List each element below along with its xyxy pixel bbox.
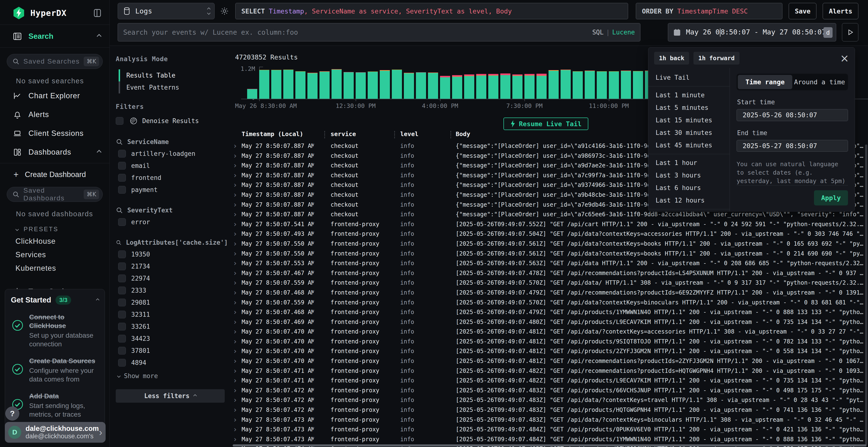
get-started-item[interactable]: Create Data SourcesConfigure where your … bbox=[11, 357, 99, 384]
filter-group-header[interactable]: LogAttributes['cache.size'] bbox=[116, 239, 228, 246]
saved-searches-input[interactable]: Saved Searches ⌘K bbox=[7, 54, 103, 69]
table-row[interactable]: › May 27 8:50:07.473 AM frontend-proxy i… bbox=[231, 435, 868, 444]
row-expand-caret[interactable]: › bbox=[233, 161, 237, 171]
table-row[interactable]: › May 27 8:50:07.468 AM frontend-proxy i… bbox=[231, 288, 868, 298]
time-option[interactable]: Last 6 hours bbox=[648, 182, 730, 194]
source-select[interactable]: Logs bbox=[118, 3, 215, 19]
filter-option[interactable]: payment bbox=[116, 186, 228, 194]
source-settings-gear-icon[interactable] bbox=[220, 6, 229, 16]
row-expand-caret[interactable]: › bbox=[233, 180, 237, 190]
get-started-item[interactable]: Add DataStart sending logs, metrics, or … bbox=[11, 392, 99, 419]
chevron-up-icon[interactable] bbox=[96, 299, 99, 302]
vertical-scrollbar[interactable] bbox=[865, 144, 867, 445]
alerts-button[interactable]: Alerts bbox=[823, 3, 858, 19]
table-row[interactable]: › May 27 8:50:07.541 AM frontend-proxy i… bbox=[231, 219, 868, 229]
filter-checkbox[interactable] bbox=[118, 174, 126, 182]
analysis-mode-results-table[interactable]: Results Table bbox=[119, 69, 228, 81]
time-option[interactable]: Last 30 minutes bbox=[648, 127, 730, 139]
tab-around-a-time[interactable]: Around a time bbox=[792, 75, 847, 89]
filter-option[interactable]: 33261 bbox=[116, 323, 228, 331]
time-option[interactable]: Last 1 hour bbox=[648, 157, 730, 169]
row-expand-caret[interactable]: › bbox=[233, 356, 237, 366]
filter-checkbox[interactable] bbox=[118, 186, 126, 194]
filter-option[interactable]: 34423 bbox=[116, 335, 228, 342]
sidebar-item-client-sessions[interactable]: Client Sessions bbox=[0, 124, 110, 143]
table-row[interactable]: › May 27 8:50:07.470 AM frontend-proxy i… bbox=[231, 337, 868, 347]
filter-option[interactable]: artillery-loadgen bbox=[116, 150, 228, 158]
filter-option[interactable]: email bbox=[116, 162, 228, 170]
table-row[interactable]: › May 27 8:50:07.553 AM frontend-proxy i… bbox=[231, 259, 868, 268]
filter-option[interactable]: 37801 bbox=[116, 347, 228, 354]
table-row[interactable]: › May 27 8:50:07.493 AM frontend-proxy i… bbox=[231, 229, 868, 239]
row-expand-caret[interactable]: › bbox=[233, 337, 237, 347]
header-level[interactable]: level bbox=[400, 131, 446, 138]
end-time-input[interactable]: 2025-05-27 08:50:07 bbox=[737, 140, 848, 152]
row-expand-caret[interactable]: › bbox=[233, 249, 237, 259]
start-time-input[interactable]: 2025-05-26 08:50:07 bbox=[737, 109, 848, 121]
filter-checkbox[interactable] bbox=[118, 299, 126, 306]
row-expand-caret[interactable]: › bbox=[233, 376, 237, 386]
row-expand-caret[interactable]: › bbox=[233, 239, 237, 249]
sql-mode-toggle[interactable]: SQL bbox=[592, 29, 603, 36]
row-expand-caret[interactable]: › bbox=[233, 346, 237, 356]
filter-checkbox[interactable] bbox=[118, 347, 126, 354]
filter-checkbox[interactable] bbox=[118, 250, 126, 258]
time-option[interactable]: Last 45 minutes bbox=[648, 139, 730, 151]
save-button[interactable]: Save bbox=[789, 3, 816, 19]
row-expand-caret[interactable]: › bbox=[233, 209, 237, 219]
horizontal-scrollbar[interactable] bbox=[233, 444, 867, 447]
preset-services[interactable]: Services bbox=[0, 248, 110, 262]
row-expand-caret[interactable]: › bbox=[233, 171, 237, 180]
get-started-item[interactable]: Connect to ClickHouseSet up your databas… bbox=[11, 313, 99, 348]
time-option[interactable]: Live Tail bbox=[648, 71, 730, 84]
filter-checkbox[interactable] bbox=[118, 218, 126, 226]
one-hour-back-button[interactable]: 1h back bbox=[654, 52, 689, 65]
row-expand-caret[interactable]: › bbox=[233, 307, 237, 317]
filter-checkbox[interactable] bbox=[118, 359, 126, 367]
row-expand-caret[interactable]: › bbox=[233, 298, 237, 308]
table-row[interactable]: › May 27 8:50:07.472 AM frontend-proxy i… bbox=[231, 395, 868, 405]
run-query-button[interactable] bbox=[842, 23, 858, 41]
time-option[interactable]: Last 5 minutes bbox=[648, 101, 730, 114]
filter-option[interactable]: 32311 bbox=[116, 311, 228, 318]
time-option[interactable]: Last 3 hours bbox=[648, 169, 730, 182]
row-expand-caret[interactable]: › bbox=[233, 219, 237, 229]
column-resizer[interactable] bbox=[394, 131, 395, 138]
table-row[interactable]: › May 27 8:50:07.473 AM frontend-proxy i… bbox=[231, 424, 868, 435]
time-option[interactable]: Last 15 minutes bbox=[648, 114, 730, 127]
sidebar-collapse-icon[interactable] bbox=[92, 8, 103, 18]
sidebar-item-chart-explorer[interactable]: Chart Explorer bbox=[0, 87, 110, 105]
table-row[interactable]: › May 27 8:50:07.470 AM frontend-proxy i… bbox=[231, 327, 868, 337]
time-option[interactable]: Last 1 minute bbox=[648, 89, 730, 101]
row-expand-caret[interactable]: › bbox=[233, 395, 237, 405]
row-expand-caret[interactable]: › bbox=[233, 366, 237, 376]
row-expand-caret[interactable]: › bbox=[233, 259, 237, 268]
row-expand-caret[interactable]: › bbox=[233, 424, 237, 435]
preset-clickhouse[interactable]: ClickHouse bbox=[0, 235, 110, 248]
table-row[interactable]: › May 27 8:50:07.467 AM frontend-proxy i… bbox=[231, 268, 868, 278]
show-more-button[interactable]: Show more bbox=[116, 372, 228, 380]
filter-checkbox[interactable] bbox=[118, 286, 126, 294]
row-expand-caret[interactable]: › bbox=[233, 141, 237, 151]
header-timestamp[interactable]: Timestamp (Local) bbox=[242, 131, 314, 138]
filter-group-header[interactable]: ServiceName bbox=[116, 138, 228, 145]
sidebar-item-dashboards[interactable]: Dashboards bbox=[0, 143, 110, 163]
time-range-input[interactable]: May 26 08:50:07 - May 27 08:50:07 d bbox=[668, 23, 836, 41]
filter-option[interactable]: 4894 bbox=[116, 359, 228, 367]
filter-checkbox[interactable] bbox=[118, 150, 126, 158]
filter-option[interactable]: 2333 bbox=[116, 286, 228, 294]
filter-option[interactable]: 19350 bbox=[116, 250, 228, 258]
table-row[interactable]: › May 27 8:50:07.469 AM frontend-proxy i… bbox=[231, 317, 868, 327]
analysis-mode-event-patterns[interactable]: Event Patterns bbox=[119, 81, 228, 94]
filter-checkbox[interactable] bbox=[118, 311, 126, 318]
row-expand-caret[interactable]: › bbox=[233, 405, 237, 415]
order-by-input[interactable]: ORDER BY TimestampTime DESC bbox=[636, 3, 782, 19]
apply-button[interactable]: Apply bbox=[814, 190, 848, 205]
filter-option[interactable]: 29081 bbox=[116, 299, 228, 306]
row-expand-caret[interactable]: › bbox=[233, 435, 237, 444]
lucene-mode-toggle[interactable]: Lucene bbox=[612, 29, 635, 36]
row-expand-caret[interactable]: › bbox=[233, 386, 237, 396]
column-resizer[interactable] bbox=[451, 131, 451, 138]
table-row[interactable]: › May 27 8:50:07.472 AM frontend-proxy i… bbox=[231, 386, 868, 396]
close-icon[interactable]: × bbox=[840, 55, 849, 62]
